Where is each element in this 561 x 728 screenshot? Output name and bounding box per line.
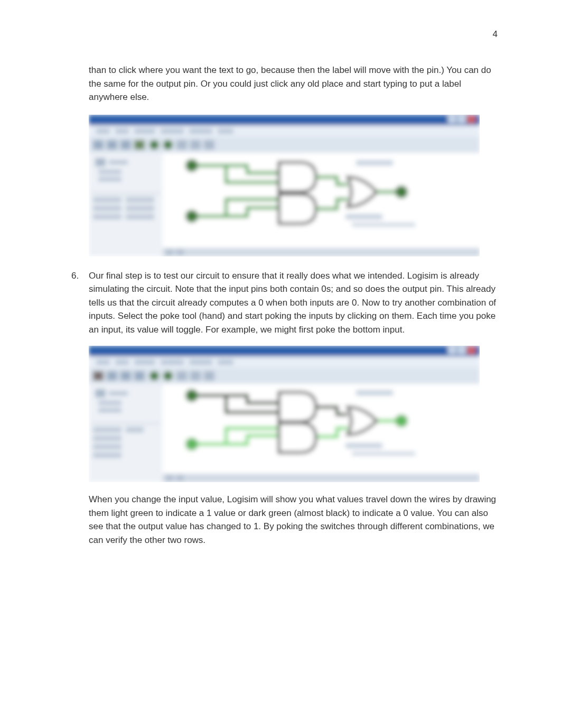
svg-rect-69 — [109, 391, 128, 395]
svg-rect-15 — [120, 140, 131, 150]
list-number: 6. — [63, 269, 89, 337]
svg-rect-11 — [218, 128, 233, 134]
svg-rect-53 — [134, 360, 155, 365]
svg-rect-83 — [356, 390, 393, 395]
svg-rect-30 — [93, 206, 121, 211]
svg-rect-32 — [93, 214, 121, 219]
svg-point-17 — [149, 140, 159, 150]
svg-rect-72 — [92, 423, 160, 424]
svg-rect-20 — [190, 140, 201, 150]
svg-point-38 — [395, 186, 408, 198]
list-item-text: Our final step is to test our circuit to… — [89, 269, 498, 337]
svg-rect-4 — [467, 116, 475, 123]
svg-rect-27 — [92, 193, 160, 194]
page-content: than to click where you want the text to… — [63, 63, 498, 547]
svg-rect-86 — [163, 474, 480, 482]
svg-rect-21 — [204, 140, 214, 150]
svg-rect-64 — [176, 371, 187, 381]
svg-rect-12 — [89, 137, 480, 153]
svg-rect-43 — [166, 249, 173, 255]
svg-rect-56 — [218, 360, 233, 365]
svg-rect-47 — [448, 347, 456, 354]
svg-rect-51 — [96, 360, 110, 365]
svg-rect-14 — [107, 140, 117, 150]
svg-point-82 — [395, 414, 408, 427]
logisim-window-2 — [89, 346, 480, 482]
screenshot-2 — [89, 346, 498, 482]
svg-rect-25 — [98, 170, 121, 174]
summary-paragraph: When you change the input value, Logisim… — [89, 493, 498, 547]
svg-rect-24 — [109, 160, 128, 164]
svg-rect-39 — [356, 160, 393, 165]
svg-point-80 — [185, 389, 198, 402]
svg-point-36 — [185, 210, 198, 223]
svg-rect-84 — [345, 443, 382, 448]
svg-rect-48 — [457, 347, 466, 354]
svg-rect-57 — [89, 368, 480, 384]
svg-rect-41 — [352, 223, 415, 227]
svg-rect-40 — [345, 214, 382, 219]
svg-rect-10 — [189, 128, 212, 134]
svg-rect-26 — [98, 177, 121, 181]
svg-rect-19 — [176, 140, 187, 150]
svg-point-62 — [149, 371, 159, 381]
svg-rect-46 — [89, 346, 480, 356]
svg-rect-54 — [161, 360, 184, 365]
svg-rect-76 — [93, 444, 121, 449]
svg-rect-70 — [98, 401, 121, 405]
svg-rect-67 — [89, 384, 163, 482]
svg-rect-85 — [352, 451, 415, 456]
svg-rect-59 — [107, 371, 117, 381]
svg-rect-65 — [190, 371, 201, 381]
svg-rect-49 — [467, 347, 475, 354]
svg-rect-42 — [163, 248, 480, 256]
svg-rect-73 — [93, 427, 121, 432]
svg-rect-16 — [134, 140, 145, 150]
svg-rect-31 — [126, 206, 154, 211]
page-number: 4 — [493, 27, 498, 41]
svg-rect-87 — [166, 475, 173, 481]
svg-rect-60 — [120, 371, 131, 381]
svg-rect-74 — [126, 427, 144, 432]
svg-point-63 — [163, 371, 173, 381]
svg-rect-58 — [93, 371, 104, 381]
svg-rect-22 — [89, 153, 163, 256]
svg-rect-78 — [163, 384, 480, 474]
svg-rect-3 — [457, 116, 466, 123]
svg-point-35 — [185, 159, 198, 172]
svg-rect-8 — [134, 128, 155, 134]
logisim-window-1 — [89, 115, 480, 256]
svg-rect-61 — [134, 371, 145, 381]
svg-point-81 — [185, 438, 198, 450]
svg-rect-88 — [176, 475, 184, 481]
svg-rect-44 — [176, 249, 184, 255]
svg-rect-71 — [98, 408, 121, 412]
svg-rect-68 — [95, 389, 106, 398]
svg-rect-6 — [96, 128, 110, 134]
svg-rect-33 — [126, 214, 154, 219]
svg-rect-66 — [204, 371, 214, 381]
list-item-6: 6. Our final step is to test our circuit… — [63, 269, 498, 337]
svg-rect-2 — [448, 116, 456, 123]
screenshot-1 — [89, 115, 498, 256]
svg-rect-75 — [93, 436, 121, 441]
svg-rect-13 — [93, 140, 104, 150]
svg-rect-55 — [189, 360, 212, 365]
svg-point-18 — [163, 140, 173, 150]
svg-rect-23 — [95, 158, 106, 167]
svg-rect-7 — [115, 128, 129, 134]
svg-rect-9 — [161, 128, 184, 134]
continuation-paragraph: than to click where you want the text to… — [89, 63, 498, 104]
svg-rect-1 — [89, 115, 480, 125]
svg-rect-52 — [115, 360, 129, 365]
svg-rect-77 — [93, 453, 121, 458]
svg-rect-28 — [93, 197, 121, 202]
svg-rect-29 — [126, 197, 154, 202]
